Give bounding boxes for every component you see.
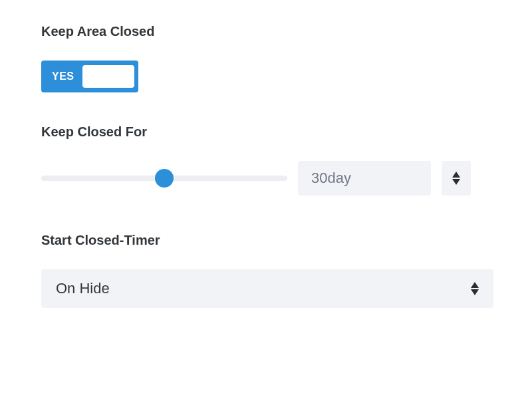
value-display-keep-closed-for: 30day <box>298 161 431 196</box>
toggle-knob <box>82 65 134 88</box>
slider-thumb[interactable] <box>155 169 174 188</box>
label-start-closed-timer: Start Closed-Timer <box>41 233 491 248</box>
label-keep-area-closed: Keep Area Closed <box>41 24 491 39</box>
select-start-closed-timer[interactable]: On Hide <box>41 269 493 308</box>
select-caret-icon <box>471 282 479 295</box>
stepper-keep-closed-for[interactable] <box>442 161 471 196</box>
toggle-keep-area-closed[interactable]: YES <box>41 61 138 92</box>
slider-keep-closed-for[interactable] <box>41 170 287 186</box>
chevron-down-icon <box>452 179 460 185</box>
toggle-state-label: YES <box>52 70 74 82</box>
label-keep-closed-for: Keep Closed For <box>41 124 491 140</box>
select-value: On Hide <box>56 280 110 297</box>
chevron-up-icon <box>452 172 460 178</box>
